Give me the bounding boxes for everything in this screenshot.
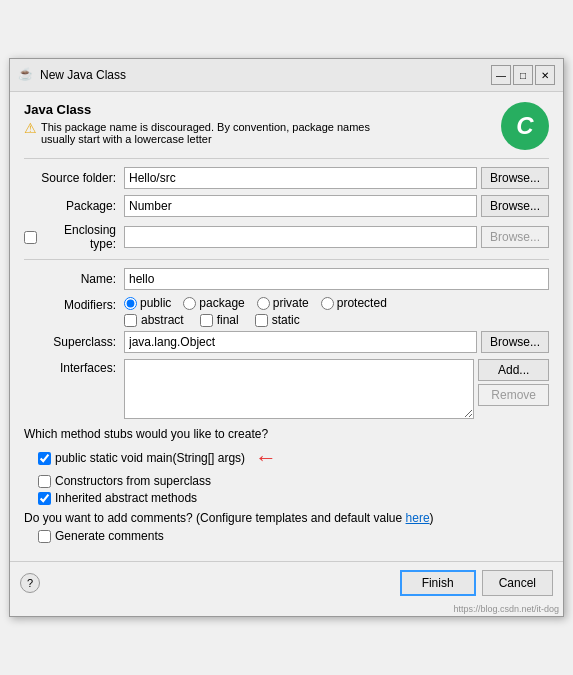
comments-link[interactable]: here bbox=[406, 511, 430, 525]
superclass-input[interactable] bbox=[124, 331, 477, 353]
modifier-final[interactable]: final bbox=[200, 313, 239, 327]
package-browse-button[interactable]: Browse... bbox=[481, 195, 549, 217]
logo: C bbox=[501, 102, 549, 150]
stub-constructors-checkbox[interactable] bbox=[38, 475, 51, 488]
add-interface-button[interactable]: Add... bbox=[478, 359, 549, 381]
name-label: Name: bbox=[24, 272, 124, 286]
modifier-abstract[interactable]: abstract bbox=[124, 313, 184, 327]
superclass-browse-button[interactable]: Browse... bbox=[481, 331, 549, 353]
modifier-public[interactable]: public bbox=[124, 296, 171, 310]
header-left: Java Class ⚠ This package name is discou… bbox=[24, 102, 501, 145]
help-button[interactable]: ? bbox=[20, 573, 40, 593]
stub-inherited-checkbox[interactable] bbox=[38, 492, 51, 505]
package-input[interactable] bbox=[124, 195, 477, 217]
remove-interface-button: Remove bbox=[478, 384, 549, 406]
modifier-protected[interactable]: protected bbox=[321, 296, 387, 310]
separator-2 bbox=[24, 259, 549, 260]
stub-main: public static void main(String[] args) ← bbox=[38, 445, 549, 471]
close-button[interactable]: ✕ bbox=[535, 65, 555, 85]
interfaces-input[interactable] bbox=[124, 359, 474, 419]
source-folder-input[interactable] bbox=[124, 167, 477, 189]
enclosing-type-row: Enclosing type: Browse... bbox=[24, 223, 549, 251]
modifiers-group: public package private protected bbox=[124, 296, 387, 327]
dialog-window: ☕ New Java Class — □ ✕ Java Class ⚠ This… bbox=[9, 58, 564, 617]
watermark: https://blog.csdn.net/it-dog bbox=[10, 604, 563, 616]
footer-buttons: Finish Cancel bbox=[400, 570, 553, 596]
separator-1 bbox=[24, 158, 549, 159]
access-modifiers: public package private protected bbox=[124, 296, 387, 310]
warning-text: This package name is discouraged. By con… bbox=[41, 121, 404, 145]
title-bar: ☕ New Java Class — □ ✕ bbox=[10, 59, 563, 92]
name-row: Name: bbox=[24, 268, 549, 290]
interfaces-row: Interfaces: Add... Remove bbox=[24, 359, 549, 419]
section-title: Java Class bbox=[24, 102, 501, 117]
cancel-button[interactable]: Cancel bbox=[482, 570, 553, 596]
generate-comments-label: Generate comments bbox=[55, 529, 164, 543]
modifiers-label: Modifiers: bbox=[24, 298, 124, 312]
warning-icon: ⚠ bbox=[24, 120, 37, 136]
source-folder-browse-button[interactable]: Browse... bbox=[481, 167, 549, 189]
stubs-title: Which method stubs would you like to cre… bbox=[24, 427, 549, 441]
arrow-icon: ← bbox=[255, 445, 277, 471]
package-row: Package: Browse... bbox=[24, 195, 549, 217]
modifier-package[interactable]: package bbox=[183, 296, 244, 310]
finish-button[interactable]: Finish bbox=[400, 570, 476, 596]
java-icon: ☕ bbox=[18, 67, 34, 83]
modifier-static[interactable]: static bbox=[255, 313, 300, 327]
superclass-row: Superclass: Browse... bbox=[24, 331, 549, 353]
dialog-title: New Java Class bbox=[40, 68, 126, 82]
interfaces-buttons: Add... Remove bbox=[478, 359, 549, 406]
header-section: Java Class ⚠ This package name is discou… bbox=[24, 102, 549, 150]
modifiers-row: Modifiers: public package private bbox=[24, 296, 549, 327]
package-label: Package: bbox=[24, 199, 124, 213]
enclosing-type-input[interactable] bbox=[124, 226, 477, 248]
stubs-section: Which method stubs would you like to cre… bbox=[24, 427, 549, 505]
title-buttons: — □ ✕ bbox=[491, 65, 555, 85]
stub-constructors: Constructors from superclass bbox=[38, 474, 549, 488]
other-modifiers: abstract final static bbox=[124, 313, 387, 327]
stub-constructors-label: Constructors from superclass bbox=[55, 474, 211, 488]
minimize-button[interactable]: — bbox=[491, 65, 511, 85]
superclass-label: Superclass: bbox=[24, 335, 124, 349]
title-bar-left: ☕ New Java Class bbox=[18, 67, 126, 83]
generate-comments-checkbox[interactable] bbox=[38, 530, 51, 543]
maximize-button[interactable]: □ bbox=[513, 65, 533, 85]
interfaces-label: Interfaces: bbox=[24, 361, 124, 375]
stub-inherited-label: Inherited abstract methods bbox=[55, 491, 197, 505]
source-folder-label: Source folder: bbox=[24, 171, 124, 185]
enclosing-type-browse-button: Browse... bbox=[481, 226, 549, 248]
comments-text: Do you want to add comments? (Configure … bbox=[24, 511, 549, 525]
comments-section: Do you want to add comments? (Configure … bbox=[24, 511, 549, 543]
source-folder-row: Source folder: Browse... bbox=[24, 167, 549, 189]
stub-main-label: public static void main(String[] args) bbox=[55, 451, 245, 465]
modifier-private[interactable]: private bbox=[257, 296, 309, 310]
footer: ? Finish Cancel bbox=[10, 561, 563, 604]
enclosing-type-label: Enclosing type: bbox=[24, 223, 124, 251]
warning-message: ⚠ This package name is discouraged. By c… bbox=[24, 121, 404, 145]
generate-comments-row: Generate comments bbox=[38, 529, 549, 543]
stub-main-checkbox[interactable] bbox=[38, 452, 51, 465]
dialog-content: Java Class ⚠ This package name is discou… bbox=[10, 92, 563, 561]
stub-inherited: Inherited abstract methods bbox=[38, 491, 549, 505]
name-input[interactable] bbox=[124, 268, 549, 290]
enclosing-type-checkbox[interactable] bbox=[24, 231, 37, 244]
